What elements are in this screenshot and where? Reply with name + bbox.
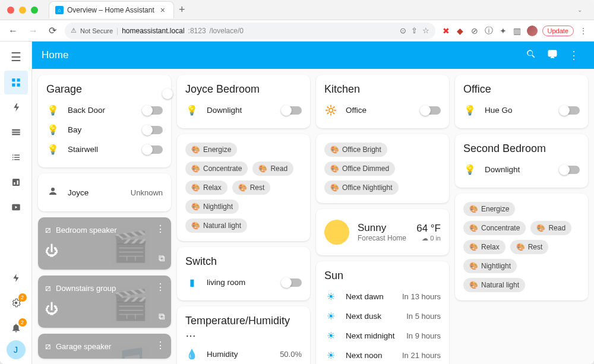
header-assist-button[interactable]	[542, 49, 563, 62]
scene-chip[interactable]: 🎨Rest	[510, 240, 549, 254]
extension-icon-3[interactable]: ⊘	[470, 26, 479, 36]
entity-row-downlight-jb[interactable]: 💡Downlight	[185, 100, 302, 120]
palette-icon: 🎨	[469, 205, 478, 213]
media-group-icon[interactable]: ⧉	[159, 253, 165, 264]
header-menu-button[interactable]: ⋮	[563, 49, 584, 62]
entity-row-stairwell[interactable]: 💡Stairwell	[46, 140, 163, 159]
entity-row-next-dawn[interactable]: ☀Next dawnIn 13 hours	[324, 287, 441, 306]
browser-menu-icon[interactable]: ⋮	[579, 26, 588, 36]
entity-row-next-midnight[interactable]: ☀Next midnightIn 9 hours	[324, 326, 441, 346]
extensions-menu-icon[interactable]: ✦	[498, 26, 508, 36]
tabs-dropdown-icon[interactable]: ⌄	[573, 7, 587, 13]
entity-row-next-noon[interactable]: ☀Next noonIn 21 hours	[324, 346, 441, 364]
bay-toggle[interactable]	[143, 126, 163, 134]
palette-icon: 🎨	[238, 183, 247, 192]
media-player-bedroom[interactable]: ⧄Bedroom speaker 🎬 ⏻ ⋮ ⧉	[38, 217, 171, 270]
media-clapper-icon: 🎬	[112, 229, 148, 264]
settings-badge: 2	[18, 293, 27, 302]
scene-chip[interactable]: 🎨Energize	[463, 202, 515, 216]
media-group-icon[interactable]: ⧉	[159, 311, 165, 322]
scene-chip[interactable]: 🎨Rest	[232, 181, 271, 195]
scene-chip[interactable]: 🎨Natural light	[185, 219, 247, 233]
sidebar-item-overview[interactable]	[4, 71, 28, 94]
hue-go-toggle[interactable]	[560, 106, 580, 115]
share-icon[interactable]: ⇧	[411, 26, 418, 35]
sidebar-item-devtools[interactable]	[4, 266, 28, 290]
scene-chip[interactable]: 🎨Nightlight	[463, 259, 517, 273]
url-host: homeassistant.local	[122, 27, 184, 35]
media-menu-button[interactable]: ⋮	[156, 223, 165, 235]
extension-icon-1[interactable]: ✖	[441, 26, 451, 36]
svg-rect-1	[17, 78, 20, 81]
media-player-downstairs[interactable]: ⧄Downstairs group 🎬 ⏻ ⋮ ⧉	[38, 276, 171, 328]
stairwell-toggle[interactable]	[143, 145, 163, 154]
reload-button[interactable]: ⟳	[46, 24, 59, 37]
window-minimize-button[interactable]	[19, 7, 26, 14]
profile-avatar-icon[interactable]	[527, 26, 538, 36]
scene-chip[interactable]: 🎨Read	[252, 162, 293, 176]
sb-downlight-toggle[interactable]	[560, 166, 580, 174]
media-menu-button[interactable]: ⋮	[156, 340, 165, 351]
entity-row-hue-go[interactable]: 💡Hue Go	[463, 100, 580, 120]
back-button[interactable]: ←	[6, 24, 20, 37]
scene-chip[interactable]: 🎨Energize	[185, 143, 237, 157]
cast-off-icon: ⧄	[45, 283, 51, 293]
extension-icon-4[interactable]: ⓘ	[484, 26, 494, 36]
media-menu-button[interactable]: ⋮	[156, 281, 165, 293]
entity-row-kitchen-office[interactable]: 🔆Office	[324, 100, 441, 120]
sidebar-item-map[interactable]	[4, 121, 28, 144]
sidebar-user-avatar[interactable]: J	[7, 340, 26, 359]
app-header: Home ⋮	[32, 42, 594, 69]
weather-sun-icon	[324, 220, 349, 245]
scene-chip[interactable]: 🎨Natural light	[463, 278, 525, 292]
sidebar-item-energy[interactable]	[4, 96, 28, 119]
second-bedroom-card: Second Bedroom 💡Downlight	[455, 134, 588, 188]
scene-chip[interactable]: 🎨Read	[530, 221, 571, 235]
entity-row-living-room-switch[interactable]: ▮living room	[185, 273, 302, 292]
scene-chip[interactable]: 🎨Office Dimmed	[324, 162, 395, 176]
weather-card[interactable]: Sunny Forecast Home 64 °F ☁ 0 in	[316, 209, 449, 255]
tab-title: Overview – Home Assistant	[67, 6, 154, 14]
entity-row-next-dusk[interactable]: ☀Next duskIn 5 hours	[324, 306, 441, 326]
side-panel-icon[interactable]: ▥	[513, 26, 522, 36]
scene-chip[interactable]: 🎨Concentrate	[463, 221, 526, 235]
back-door-toggle[interactable]	[143, 106, 163, 115]
media-player-garage[interactable]: ⧄Garage speaker 🎵 ⋮	[38, 334, 171, 359]
tab-close-button[interactable]: ×	[158, 5, 168, 15]
extension-icon-2[interactable]: ◆	[456, 26, 465, 36]
sidebar-item-history[interactable]	[4, 170, 28, 194]
joyce-bedroom-card: Joyce Bedroom 💡Downlight	[177, 75, 310, 128]
palette-icon: 🎨	[330, 183, 339, 192]
sidebar-item-notifications[interactable]: 2	[4, 316, 28, 340]
scene-chip[interactable]: 🎨Relax	[185, 181, 228, 195]
entity-row-sb-downlight[interactable]: 💡Downlight	[463, 160, 580, 179]
window-close-button[interactable]	[7, 7, 14, 14]
forward-button[interactable]: →	[26, 24, 40, 37]
entity-row-humidity[interactable]: 💧Humidity50.0%	[185, 344, 302, 364]
living-room-toggle[interactable]	[282, 278, 302, 287]
header-search-button[interactable]	[520, 49, 542, 62]
scene-chip[interactable]: 🎨Nightlight	[185, 200, 239, 214]
search-in-page-icon[interactable]: ⊙	[400, 26, 406, 35]
jb-downlight-toggle[interactable]	[282, 106, 302, 115]
sidebar-item-media[interactable]	[4, 195, 28, 219]
bookmark-icon[interactable]: ☆	[422, 26, 429, 35]
security-label: Not Secure	[80, 27, 113, 34]
address-bar[interactable]: ⚠ Not Secure | homeassistant.local:8123/…	[65, 23, 435, 39]
sidebar-item-logbook[interactable]	[4, 145, 28, 169]
update-button[interactable]: Update	[542, 26, 574, 36]
sidebar-item-settings[interactable]: 2	[4, 291, 28, 315]
entity-row-back-door[interactable]: 💡Back Door	[46, 100, 163, 120]
scene-chip[interactable]: 🎨Concentrate	[185, 162, 248, 176]
entity-row-bay[interactable]: 💡Bay	[46, 120, 163, 140]
sun-clock-icon: ☀	[324, 311, 337, 322]
kitchen-light-toggle[interactable]	[421, 106, 441, 115]
person-card[interactable]: JoyceUnknown	[38, 173, 171, 211]
scene-chip[interactable]: 🎨Office Bright	[324, 143, 387, 157]
browser-tab[interactable]: ⌂ Overview – Home Assistant ×	[49, 1, 174, 18]
scene-chip[interactable]: 🎨Office Nightlight	[324, 181, 399, 195]
sidebar-toggle-button[interactable]: ☰	[11, 45, 21, 70]
scene-chip[interactable]: 🎨Relax	[463, 240, 505, 254]
window-maximize-button[interactable]	[31, 7, 38, 14]
new-tab-button[interactable]: +	[179, 4, 185, 16]
